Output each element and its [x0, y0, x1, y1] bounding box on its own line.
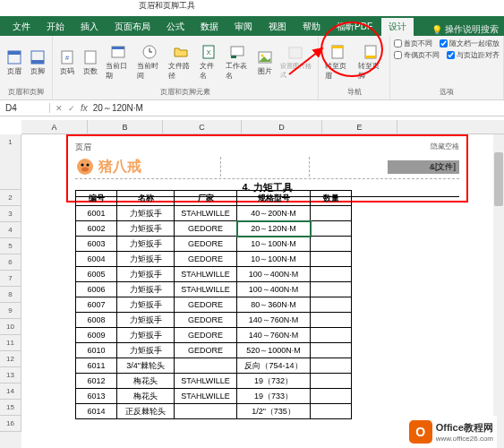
footer-button[interactable]: 页脚: [27, 47, 48, 78]
tab-review[interactable]: 审阅: [227, 18, 260, 36]
header-button[interactable]: 页眉: [4, 47, 25, 78]
table-cell[interactable]: [175, 358, 237, 374]
table-cell[interactable]: 梅花头: [117, 374, 175, 389]
table-header[interactable]: 厂家: [175, 191, 237, 206]
filepath-button[interactable]: 文件路径: [166, 42, 195, 82]
table-cell[interactable]: 20～120N·M: [237, 221, 311, 237]
table-cell[interactable]: 80～360N·M: [237, 297, 311, 313]
pagenum-button[interactable]: #页码: [56, 47, 78, 78]
table-cell[interactable]: 力矩扳手: [117, 206, 175, 221]
table-cell[interactable]: 3/4"棘轮头: [117, 358, 175, 374]
vertical-scrollbar[interactable]: [493, 134, 504, 448]
picture-button[interactable]: 图片: [254, 47, 276, 78]
rowhdr-4[interactable]: 4: [0, 222, 21, 238]
table-cell[interactable]: 力矩扳手: [117, 343, 175, 358]
tab-foxit[interactable]: 福昕PDF: [329, 18, 380, 36]
table-cell[interactable]: [311, 374, 352, 389]
table-cell[interactable]: 100～400N·M: [237, 282, 311, 297]
colhdr-e[interactable]: E: [322, 120, 397, 134]
tab-insert[interactable]: 插入: [73, 18, 106, 36]
table-cell[interactable]: 6008: [76, 313, 117, 328]
rowhdr-6[interactable]: 6: [0, 254, 21, 271]
table-cell[interactable]: 力矩扳手: [117, 267, 175, 282]
rowhdr-3[interactable]: 3: [0, 206, 21, 222]
table-cell[interactable]: 反向（754-14）: [237, 358, 311, 374]
table-cell[interactable]: 6001: [76, 206, 117, 221]
tab-view[interactable]: 视图: [261, 18, 294, 36]
table-cell[interactable]: 6011: [76, 358, 117, 374]
sheetname-button[interactable]: 工作表名: [223, 42, 252, 82]
table-cell[interactable]: [311, 343, 352, 358]
table-cell[interactable]: [311, 297, 352, 313]
table-header[interactable]: 名称: [117, 191, 175, 206]
table-header[interactable]: 规格型号: [237, 191, 311, 206]
table-cell[interactable]: STAHLWILLE: [175, 374, 237, 389]
table-cell[interactable]: 6002: [76, 221, 117, 237]
table-cell[interactable]: 力矩扳手: [117, 282, 175, 297]
colhdr-d[interactable]: D: [242, 120, 322, 134]
table-cell[interactable]: 6014: [76, 404, 117, 419]
table-cell[interactable]: 6010: [76, 343, 117, 358]
table-cell[interactable]: GEDORE: [175, 328, 237, 343]
table-cell[interactable]: [311, 404, 352, 419]
table-cell[interactable]: STAHLWILLE: [175, 282, 237, 297]
odd-even-different-checkbox[interactable]: 奇偶页不同: [394, 49, 440, 61]
time-button[interactable]: 当前时间: [134, 42, 164, 82]
header-center-section[interactable]: [220, 157, 310, 177]
table-cell[interactable]: 6009: [76, 328, 117, 343]
table-cell[interactable]: 100～400N·M: [237, 267, 311, 282]
fx-icon[interactable]: fx: [81, 103, 88, 113]
table-cell[interactable]: 1/2"（735）: [237, 404, 311, 419]
first-page-different-checkbox[interactable]: 首页不同: [394, 38, 432, 49]
date-button[interactable]: 当前日期: [103, 42, 132, 82]
table-cell[interactable]: 力矩扳手: [117, 297, 175, 313]
table-cell[interactable]: 10～100N·M: [237, 237, 311, 252]
rowhdr-7[interactable]: 7: [0, 271, 21, 287]
table-cell[interactable]: [311, 252, 352, 267]
table-cell[interactable]: 力矩扳手: [117, 313, 175, 328]
align-margins-checkbox[interactable]: 与页边距对齐: [447, 49, 500, 61]
cancel-formula-icon[interactable]: ✕: [56, 104, 63, 113]
formula-bar[interactable]: 20～120N·M: [93, 102, 143, 115]
table-cell[interactable]: [311, 313, 352, 328]
table-cell[interactable]: [311, 267, 352, 282]
table-cell[interactable]: GEDORE: [175, 297, 237, 313]
table-cell[interactable]: 6003: [76, 237, 117, 252]
rowhdr-12[interactable]: 12: [0, 351, 21, 367]
rowhdr-5[interactable]: 5: [0, 238, 21, 254]
rowhdr-8[interactable]: 8: [0, 287, 21, 303]
rowhdr-16[interactable]: 16: [0, 416, 21, 432]
colhdr-c[interactable]: C: [163, 120, 242, 134]
table-cell[interactable]: 力矩扳手: [117, 252, 175, 267]
table-cell[interactable]: [311, 328, 352, 343]
confirm-formula-icon[interactable]: ✓: [68, 104, 75, 113]
table-cell[interactable]: 6013: [76, 389, 117, 404]
header-left-section[interactable]: 猪八戒: [75, 157, 141, 177]
table-cell[interactable]: [311, 282, 352, 297]
table-cell[interactable]: GEDORE: [175, 237, 237, 252]
table-cell[interactable]: 力矩扳手: [117, 328, 175, 343]
format-picture-button[interactable]: 设置图片格式: [278, 43, 315, 82]
table-cell[interactable]: 6004: [76, 252, 117, 267]
tab-data[interactable]: 数据: [193, 18, 226, 36]
table-cell[interactable]: [311, 237, 352, 252]
tab-formula[interactable]: 公式: [159, 18, 192, 36]
name-box[interactable]: D4: [0, 103, 50, 113]
rowhdr-10[interactable]: 10: [0, 319, 21, 335]
table-cell[interactable]: [175, 404, 237, 419]
tab-help[interactable]: 帮助: [295, 18, 328, 36]
table-cell[interactable]: 力矩扳手: [117, 221, 175, 237]
table-cell[interactable]: 140～760N·M: [237, 313, 311, 328]
table-cell[interactable]: 6005: [76, 267, 117, 282]
goto-header-button[interactable]: 转至页眉: [322, 42, 353, 82]
tell-me-search[interactable]: 💡 操作说明搜索: [431, 23, 504, 36]
filename-button[interactable]: X文件名: [197, 42, 220, 82]
tab-file[interactable]: 文件: [5, 18, 38, 36]
table-header[interactable]: 数量: [311, 191, 352, 206]
table-cell[interactable]: 6006: [76, 282, 117, 297]
rowhdr-2[interactable]: 2: [0, 190, 21, 206]
table-cell[interactable]: GEDORE: [175, 343, 237, 358]
goto-footer-button[interactable]: 转至页脚: [355, 42, 386, 82]
table-cell[interactable]: GEDORE: [175, 221, 237, 237]
table-cell[interactable]: [311, 358, 352, 374]
